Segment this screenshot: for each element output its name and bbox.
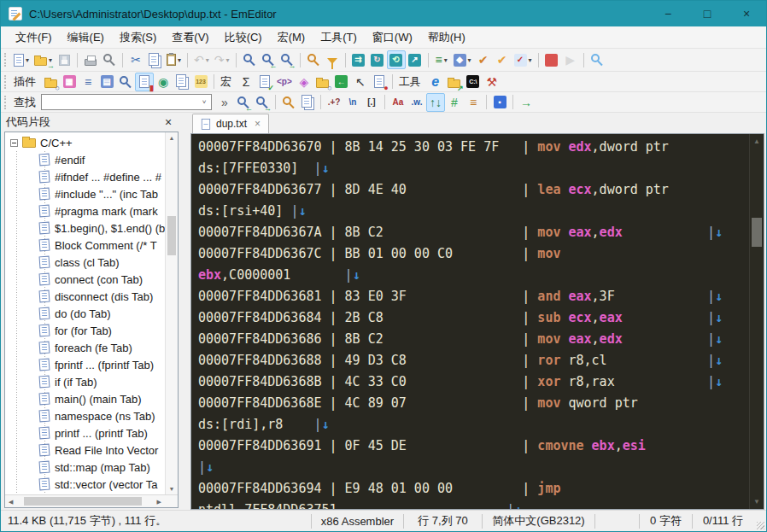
find-next-toolbar-button[interactable]: →	[278, 50, 296, 69]
plugin-html-bar-button[interactable]: ▦	[60, 73, 79, 91]
scroll-right-icon[interactable]: ▶	[157, 499, 161, 506]
status-encoding[interactable]: 简体中文(GB2312)	[482, 514, 594, 529]
menu-item-5[interactable]: 宏(M)	[270, 26, 313, 49]
find-previous-button[interactable]: ←	[234, 93, 253, 112]
scrollbar-thumb[interactable]	[752, 218, 762, 247]
toolbar-grip[interactable]	[4, 96, 8, 109]
macro-html-tag-button[interactable]: <p>	[274, 73, 295, 91]
menu-item-2[interactable]: 搜索(S)	[112, 26, 164, 49]
macro-output-button[interactable]: ●	[370, 73, 389, 91]
snippet-item-13[interactable]: if (if Tab)	[5, 373, 178, 390]
find-previous-toolbar-button[interactable]: ←	[259, 50, 278, 69]
tree-root-cpp[interactable]: C/C++	[5, 134, 178, 151]
jump-next-button[interactable]: →	[517, 93, 536, 112]
snippets-tree[interactable]: C/C++#endif#ifndef ... #define ... ##inc…	[5, 132, 178, 494]
sidebar-vertical-scrollbar[interactable]: ▲ ▼	[165, 132, 178, 494]
dropdown-arrow-icon[interactable]: ▾	[26, 56, 29, 64]
dropdown-arrow-icon[interactable]: ▾	[468, 56, 471, 64]
menu-item-1[interactable]: 编辑(E)	[60, 26, 112, 49]
plugin-explorer-button[interactable]: ○	[41, 73, 60, 91]
scroll-up-icon[interactable]: ▲	[166, 135, 178, 141]
findbar-overflow-button[interactable]: »	[215, 93, 234, 112]
save-button[interactable]	[55, 50, 73, 69]
wrap-indent-button[interactable]: ⇉	[349, 50, 368, 69]
menu-item-6[interactable]: 工具(T)	[313, 26, 365, 49]
filter-button[interactable]	[323, 50, 342, 69]
wrap-by-window-button[interactable]: ⟲	[387, 50, 406, 69]
minimize-button[interactable]: −	[648, 1, 688, 26]
redo-button[interactable]: ↷▾	[212, 50, 232, 69]
menu-item-3[interactable]: 查看(V)	[164, 26, 216, 49]
editor-vertical-scrollbar[interactable]: ▲ ▼	[749, 134, 764, 509]
tool-open-folder-button[interactable]: ↗	[445, 73, 464, 91]
print-button[interactable]	[81, 50, 100, 69]
scroll-left-icon[interactable]: ◀	[9, 499, 13, 506]
plugin-search-button[interactable]	[116, 73, 135, 91]
status-syntax-mode[interactable]: x86 Assembler	[311, 514, 403, 529]
regex-button[interactable]: .+?	[325, 93, 343, 112]
snippet-item-1[interactable]: #ifndef ... #define ... #	[5, 168, 178, 185]
snippet-item-7[interactable]: connect (con Tab)	[5, 271, 178, 288]
cut-button[interactable]: ✂	[126, 50, 145, 69]
find-input[interactable]	[42, 96, 197, 108]
macro-colors-button[interactable]: ◈	[295, 73, 313, 91]
number-range-button[interactable]: [.]	[362, 93, 381, 112]
dropdown-arrow-icon[interactable]: ▾	[206, 56, 209, 64]
tool-command-prompt-button[interactable]: C:\	[464, 73, 483, 91]
find-next-button[interactable]: →	[253, 93, 272, 112]
snippet-item-10[interactable]: for (for Tab)	[5, 322, 178, 339]
plugin-snippets-button[interactable]: ▮	[135, 73, 154, 91]
scrollbar-thumb[interactable]	[167, 216, 176, 255]
outline-button[interactable]: ≡▾	[432, 50, 451, 69]
menu-item-4[interactable]: 比较(C)	[217, 26, 270, 49]
scroll-down-icon[interactable]: ▼	[750, 498, 764, 506]
find-in-files-button[interactable]	[304, 50, 323, 69]
editor-text-area[interactable]: 00007FF84DD63670 | 8B 14 25 30 03 FE 7F …	[191, 134, 749, 509]
focus-editor-button[interactable]: ▪	[490, 93, 509, 112]
dropdown-arrow-icon[interactable]: ▾	[529, 56, 532, 64]
scroll-up-icon[interactable]: ▲	[750, 137, 764, 145]
snippet-item-9[interactable]: do (do Tab)	[5, 305, 178, 322]
macro-check-button[interactable]: ✓	[255, 73, 274, 91]
snippet-item-16[interactable]: printf ... (printf Tab)	[5, 424, 178, 441]
toolbar-grip[interactable]	[4, 53, 8, 67]
new-file-button[interactable]: ▾	[11, 50, 32, 69]
copy-button[interactable]	[145, 50, 164, 69]
snippet-item-18[interactable]: std::map (map Tab)	[5, 459, 178, 476]
macro-sum-button[interactable]: Σ	[237, 73, 255, 91]
findbar-find-in-files-button[interactable]	[279, 93, 298, 112]
no-wrap-button[interactable]: ↗	[406, 50, 424, 69]
snippet-item-19[interactable]: std::vector (vector Ta	[5, 476, 178, 493]
scrollbar-thumb[interactable]	[24, 497, 142, 506]
snippet-item-17[interactable]: Read File Into Vector	[5, 441, 178, 459]
compare-rescan-button[interactable]: ✔	[493, 50, 512, 69]
scroll-down-icon[interactable]: ▼	[166, 486, 178, 492]
whole-word-button[interactable]: .w.	[407, 93, 426, 112]
plugin-web-preview-button[interactable]: ◉	[154, 73, 173, 91]
tab-dup-txt[interactable]: dup.txt ×	[192, 114, 269, 133]
copy-results-button[interactable]	[298, 93, 317, 112]
snippet-item-5[interactable]: Block Comment (/* T	[5, 237, 178, 254]
macro-back-button[interactable]: ←	[332, 73, 351, 91]
snippet-item-6[interactable]: class (cl Tab)	[5, 254, 178, 271]
plugin-outline-text-button[interactable]: ≡	[79, 73, 97, 91]
dropdown-arrow-icon[interactable]: ▾	[178, 56, 181, 64]
snippet-item-8[interactable]: disconnect (dis Tab)	[5, 288, 178, 305]
snippet-item-14[interactable]: main() (main Tab)	[5, 390, 178, 407]
snippet-item-4[interactable]: $1.begin(), $1.end() (b	[5, 219, 178, 237]
snippet-item-15[interactable]: namespace (ns Tab)	[5, 407, 178, 424]
run-macro-button[interactable]: ▶	[561, 50, 580, 69]
tool-customize-button[interactable]: ⚒	[483, 73, 501, 91]
macro-browse-button[interactable]: ○	[313, 73, 332, 91]
open-file-button[interactable]: →▾	[32, 50, 55, 69]
maximize-button[interactable]: □	[688, 1, 727, 26]
print-preview-button[interactable]	[100, 50, 119, 69]
status-caret-position[interactable]: 行 7,列 70	[403, 514, 482, 529]
menu-item-7[interactable]: 窗口(W)	[365, 26, 420, 49]
find-button[interactable]	[240, 50, 259, 69]
wrap-normal-button[interactable]: ↻	[368, 50, 387, 69]
record-macro-button[interactable]	[542, 50, 561, 69]
menu-item-0[interactable]: 文件(F)	[8, 26, 60, 49]
escape-sequence-button[interactable]: \n	[343, 93, 362, 112]
snippet-item-2[interactable]: #include "..." (inc Tab	[5, 185, 178, 202]
